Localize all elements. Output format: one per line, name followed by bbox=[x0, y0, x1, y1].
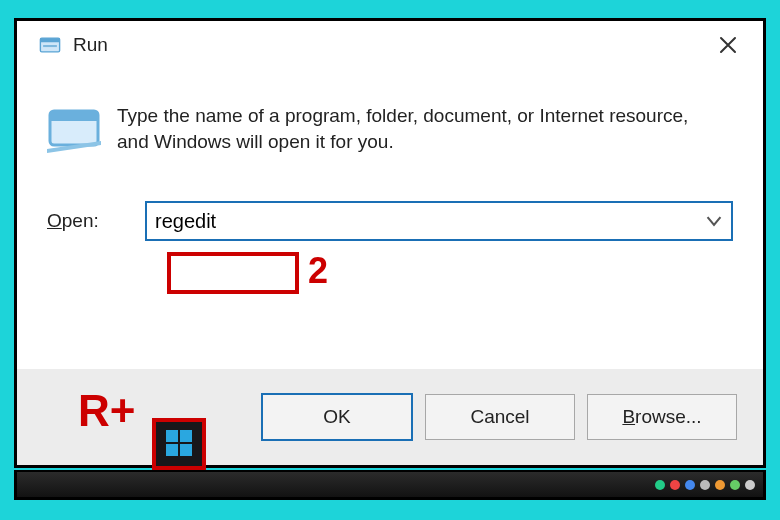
open-combobox[interactable]: regedit bbox=[145, 201, 733, 241]
tray-icon[interactable] bbox=[655, 480, 665, 490]
info-text: Type the name of a program, folder, docu… bbox=[117, 103, 717, 154]
run-icon bbox=[39, 34, 61, 56]
svg-rect-4 bbox=[50, 111, 98, 121]
tray-icon[interactable] bbox=[670, 480, 680, 490]
windows-start-icon[interactable] bbox=[164, 428, 194, 461]
svg-rect-6 bbox=[180, 430, 192, 442]
close-icon bbox=[719, 36, 737, 54]
run-icon-large bbox=[47, 105, 101, 155]
ok-button[interactable]: OK bbox=[261, 393, 413, 441]
annotation-step-2: 2 bbox=[308, 250, 328, 292]
svg-rect-5 bbox=[166, 430, 178, 442]
annotation-start-box bbox=[152, 418, 206, 470]
svg-rect-2 bbox=[43, 45, 57, 47]
title-text: Run bbox=[73, 34, 108, 56]
tray-icon[interactable] bbox=[715, 480, 725, 490]
cancel-button[interactable]: Cancel bbox=[425, 394, 575, 440]
open-label: Open: bbox=[47, 210, 145, 232]
open-value: regedit bbox=[155, 210, 216, 233]
titlebar: Run bbox=[17, 21, 763, 69]
dialog-body: Type the name of a program, folder, docu… bbox=[17, 69, 763, 267]
close-button[interactable] bbox=[709, 26, 747, 64]
tray-icon[interactable] bbox=[730, 480, 740, 490]
svg-rect-7 bbox=[166, 444, 178, 456]
tray-icon[interactable] bbox=[685, 480, 695, 490]
chevron-down-icon[interactable] bbox=[705, 212, 723, 230]
annotation-box-regedit bbox=[167, 252, 299, 294]
svg-rect-8 bbox=[180, 444, 192, 456]
info-row: Type the name of a program, folder, docu… bbox=[47, 103, 733, 155]
svg-rect-1 bbox=[40, 38, 59, 42]
tray-icon[interactable] bbox=[745, 480, 755, 490]
browse-button[interactable]: Browse... bbox=[587, 394, 737, 440]
taskbar[interactable] bbox=[14, 470, 766, 500]
tray-icon[interactable] bbox=[700, 480, 710, 490]
annotation-r-plus: R+ bbox=[78, 386, 135, 436]
open-row: Open: regedit bbox=[47, 201, 733, 241]
